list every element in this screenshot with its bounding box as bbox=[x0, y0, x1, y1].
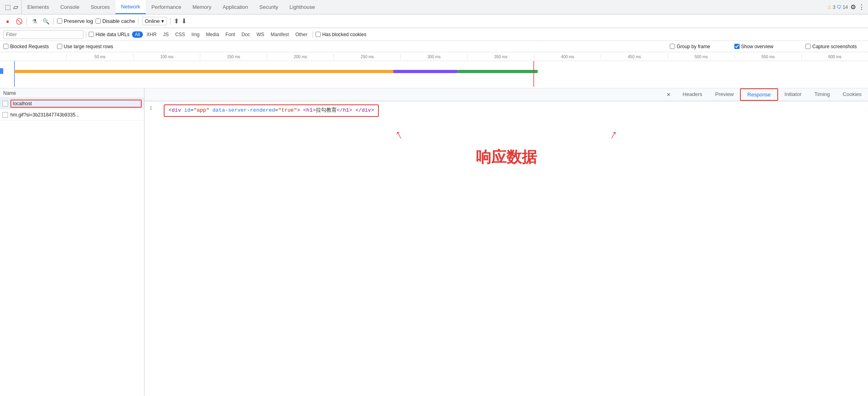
group-by-frame-input[interactable] bbox=[670, 44, 675, 49]
network-toolbar: ● 🚫 ⚗ 🔍 Preserve log Disable cache Onlin… bbox=[0, 14, 868, 28]
capture-screenshots-label: Capture screenshots bbox=[812, 44, 857, 49]
filter-js-button[interactable]: JS bbox=[160, 31, 171, 38]
request-name-gif: hm.gif?si=3b231847743b9335... bbox=[10, 112, 142, 118]
group-by-frame-label: Group by frame bbox=[677, 44, 710, 49]
chevron-down-icon: ▾ bbox=[161, 18, 164, 24]
list-item[interactable]: hm.gif?si=3b231847743b9335... bbox=[0, 109, 144, 120]
code-open-tag: < bbox=[169, 107, 172, 113]
tab-sources[interactable]: Sources bbox=[85, 0, 116, 14]
filter-types: All XHR JS CSS Img Media Font Doc WS Man… bbox=[132, 31, 310, 38]
chat-icon: 🗨 bbox=[837, 4, 842, 10]
filter-other-button[interactable]: Other bbox=[293, 31, 310, 38]
device-icon[interactable]: ▱ bbox=[13, 3, 18, 11]
response-code-line: 1 <div id="app" data-server-rendered="tr… bbox=[149, 104, 863, 117]
left-arrow-icon: ↑ bbox=[391, 124, 408, 146]
filter-separator-2 bbox=[313, 31, 313, 38]
filter-img-button[interactable]: Img bbox=[189, 31, 202, 38]
timeline-ruler: 50 ms 100 ms 150 ms 200 ms 250 ms 300 ms… bbox=[0, 52, 868, 61]
overview-timeline: 50 ms 100 ms 150 ms 200 ms 250 ms 300 ms… bbox=[0, 52, 868, 88]
tick-0 bbox=[0, 54, 66, 55]
filter-separator-1 bbox=[86, 31, 86, 38]
tab-bar: ⬚ ▱ Elements Console Sources Network Per… bbox=[0, 0, 868, 14]
blocked-requests-input[interactable] bbox=[3, 44, 8, 49]
capture-screenshots-checkbox[interactable]: Capture screenshots bbox=[805, 44, 857, 49]
hide-data-urls-input[interactable] bbox=[89, 32, 94, 37]
tab-timing[interactable]: Timing bbox=[808, 88, 837, 101]
filter-all-button[interactable]: All bbox=[132, 31, 143, 38]
tick-12: 600 ms bbox=[801, 54, 868, 59]
hide-data-urls-label: Hide data URLs bbox=[96, 32, 130, 37]
response-code-box: <div id="app" data-server-rendered="true… bbox=[164, 104, 379, 117]
show-overview-checkbox[interactable]: Show overview bbox=[734, 44, 774, 49]
tab-memory[interactable]: Memory bbox=[187, 0, 217, 14]
hide-data-urls-checkbox[interactable]: Hide data URLs bbox=[89, 32, 130, 37]
record-button[interactable]: ● bbox=[3, 17, 12, 26]
tab-elements[interactable]: Elements bbox=[22, 0, 55, 14]
tab-performance[interactable]: Performance bbox=[146, 0, 187, 14]
more-icon[interactable]: ⋮ bbox=[858, 3, 865, 11]
tick-3: 150 ms bbox=[200, 54, 266, 59]
warning-badge: ⚠ 3 🗨 14 bbox=[827, 4, 848, 10]
request-file-icon bbox=[2, 112, 8, 118]
list-item[interactable]: localhost bbox=[0, 98, 144, 109]
filter-doc-button[interactable]: Doc bbox=[239, 31, 253, 38]
request-file-icon bbox=[2, 101, 8, 106]
throttle-label: Online bbox=[145, 18, 160, 24]
tick-8: 400 ms bbox=[534, 54, 601, 59]
search-button[interactable]: 🔍 bbox=[41, 17, 50, 26]
tick-7: 350 ms bbox=[467, 54, 534, 59]
filter-input[interactable] bbox=[3, 30, 83, 39]
line-number: 1 bbox=[149, 104, 157, 117]
group-by-frame-checkbox[interactable]: Group by frame bbox=[670, 44, 710, 49]
filter-manifest-button[interactable]: Manifest bbox=[268, 31, 292, 38]
warning-icon: ⚠ bbox=[827, 4, 831, 10]
tick-4: 200 ms bbox=[267, 54, 333, 59]
tab-headers[interactable]: Headers bbox=[676, 88, 709, 101]
tab-bar-right: ⚠ 3 🗨 14 ⚙ ⋮ bbox=[827, 3, 868, 11]
clear-button[interactable]: 🚫 bbox=[14, 17, 23, 26]
svg-rect-3 bbox=[393, 70, 457, 73]
capture-screenshots-input[interactable] bbox=[805, 44, 811, 49]
large-rows-input[interactable] bbox=[57, 44, 62, 49]
filter-font-button[interactable]: Font bbox=[223, 31, 238, 38]
close-detail-button[interactable]: × bbox=[664, 90, 673, 99]
tab-preview[interactable]: Preview bbox=[709, 88, 740, 101]
disable-cache-input[interactable] bbox=[96, 18, 101, 24]
toolbar-separator-4 bbox=[170, 18, 171, 25]
blocked-requests-checkbox[interactable]: Blocked Requests bbox=[3, 44, 49, 49]
has-blocked-cookies-input[interactable] bbox=[315, 32, 321, 37]
tab-security[interactable]: Security bbox=[254, 0, 284, 14]
import-button[interactable]: ⬆ bbox=[174, 17, 179, 25]
disable-cache-checkbox[interactable]: Disable cache bbox=[96, 18, 135, 24]
tab-initiator[interactable]: Initiator bbox=[778, 88, 808, 101]
devtools-icons: ⬚ ▱ bbox=[2, 0, 22, 14]
chat-count: 14 bbox=[843, 4, 848, 10]
tab-network[interactable]: Network bbox=[116, 0, 146, 14]
tick-10: 500 ms bbox=[668, 54, 734, 59]
tab-console[interactable]: Console bbox=[55, 0, 85, 14]
tick-5: 250 ms bbox=[333, 54, 400, 59]
filter-button[interactable]: ⚗ bbox=[30, 17, 39, 26]
filter-css-button[interactable]: CSS bbox=[172, 31, 188, 38]
filter-xhr-button[interactable]: XHR bbox=[144, 31, 159, 38]
filter-bar: Hide data URLs All XHR JS CSS Img Media … bbox=[0, 28, 868, 41]
large-rows-checkbox[interactable]: Use large request rows bbox=[57, 44, 113, 49]
throttle-select[interactable]: Online ▾ bbox=[142, 17, 167, 25]
tab-cookies[interactable]: Cookies bbox=[836, 88, 868, 101]
filter-media-button[interactable]: Media bbox=[203, 31, 222, 38]
show-overview-input[interactable] bbox=[734, 44, 740, 49]
filter-ws-button[interactable]: WS bbox=[254, 31, 267, 38]
detail-panel: × Headers Preview Response Initiator Tim… bbox=[144, 88, 868, 396]
tab-response[interactable]: Response bbox=[740, 88, 778, 101]
has-blocked-cookies-checkbox[interactable]: Has blocked cookies bbox=[315, 32, 366, 37]
tab-application[interactable]: Application bbox=[217, 0, 254, 14]
export-button[interactable]: ⬇ bbox=[181, 17, 187, 25]
svg-rect-0 bbox=[0, 68, 3, 74]
gear-icon[interactable]: ⚙ bbox=[850, 3, 856, 11]
cursor-icon[interactable]: ⬚ bbox=[5, 3, 11, 11]
tab-lighthouse[interactable]: Lighthouse bbox=[284, 0, 321, 14]
disable-cache-label: Disable cache bbox=[102, 18, 135, 24]
preserve-log-checkbox[interactable]: Preserve log bbox=[57, 18, 93, 24]
request-name-localhost: localhost bbox=[10, 100, 142, 108]
preserve-log-input[interactable] bbox=[57, 18, 62, 24]
